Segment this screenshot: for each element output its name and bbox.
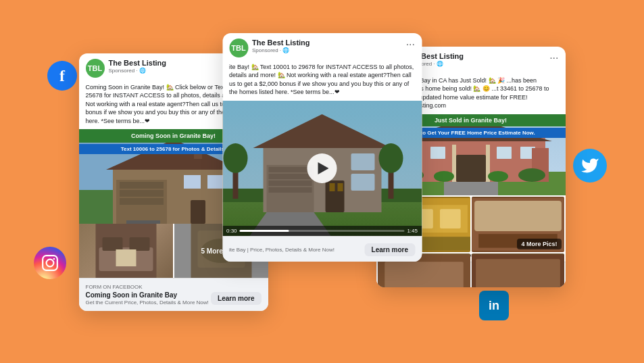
svg-rect-19 [129,237,149,251]
svg-rect-0 [43,256,57,270]
video-progress-fill [240,230,289,232]
card-left-footer-title: Coming Soon in Granite Bay [86,291,209,299]
video-progress-bar [240,230,405,232]
svg-rect-14 [191,200,205,224]
card-center-main-image: 0:30 1:45 [222,101,422,236]
svg-point-59 [434,171,454,182]
card-center-header: TBL The Best Listing Sponsored · 🌐 ··· [222,33,422,63]
svg-rect-69 [474,201,562,231]
play-triangle-icon [318,162,328,174]
svg-point-1 [47,260,54,267]
card-right-thumb-interior: 4 More Pics! [472,197,564,252]
play-button[interactable] [307,153,337,183]
svg-rect-52 [456,155,486,182]
card-center-name: The Best Listing [252,39,406,47]
svg-point-2 [53,258,55,260]
card-left-learn-more[interactable]: Learn more [211,292,261,305]
facebook-icon: f [47,61,77,91]
card-center-footer: ite Bay | Price, Photos, Details & More … [222,236,422,262]
svg-rect-66 [440,209,461,228]
card-left-footer: FORM ON FACEBOOK Coming Soon in Granite … [79,278,268,311]
card-center-footer-subtitle: ite Bay | Price, Photos, Details & More … [229,247,335,253]
cards-container: TBL The Best Listing Sponsored · 🌐 ··· C… [79,33,566,331]
svg-rect-18 [102,237,122,251]
card-left-footer-info: Coming Soon in Granite Bay Get the Curre… [86,291,209,306]
svg-rect-49 [430,147,445,159]
svg-rect-72 [385,262,464,287]
card-left-thumb-bedroom [79,224,173,278]
instagram-icon [34,247,66,279]
card-center-video-bar: 0:30 1:45 [222,226,422,236]
svg-rect-12 [184,175,201,189]
svg-rect-13 [207,175,224,189]
twitter-icon [573,149,607,183]
svg-rect-57 [444,182,498,195]
card-center-learn-more[interactable]: Learn more [365,243,415,256]
card-right-thumb-4 [472,253,564,288]
card-center-header-text: The Best Listing Sponsored · 🌐 [252,39,406,53]
svg-point-61 [518,168,545,182]
card-center-sponsored: Sponsored · 🌐 [252,47,406,53]
card-right-menu-dots[interactable]: ··· [549,52,558,64]
card-right-name: The Best Listing [406,52,550,61]
card-center: TBL The Best Listing Sponsored · 🌐 ··· i… [222,33,422,262]
card-center-footer-row: ite Bay | Price, Photos, Details & More … [229,243,415,256]
card-left-footer-subtitle: Get the Current Price, Photos, Details &… [86,299,209,306]
card-right-sponsored: Sponsored · 🌐 [406,61,550,67]
svg-rect-9 [120,198,164,205]
svg-point-60 [488,171,508,182]
svg-rect-50 [497,147,512,159]
svg-rect-74 [476,259,560,288]
card-center-avatar: TBL [229,39,248,57]
svg-rect-8 [120,190,164,197]
card-center-body: ite Bay! 🏡 Text 10001 to 29678 for INSTA… [222,63,422,101]
card-left-avatar: TBL [86,59,105,78]
card-center-video-overlay[interactable] [222,101,422,236]
svg-rect-7 [120,182,164,189]
card-right-more-pics: 4 More Pics! [517,239,561,249]
card-center-menu-dots[interactable]: ··· [406,39,415,51]
card-left-footer-tag: FORM ON FACEBOOK [86,284,262,290]
svg-rect-20 [116,249,136,266]
card-right-header-text: The Best Listing Sponsored · 🌐 [406,52,550,67]
card-left-footer-row: Coming Soon in Granite Bay Get the Curre… [86,291,262,306]
